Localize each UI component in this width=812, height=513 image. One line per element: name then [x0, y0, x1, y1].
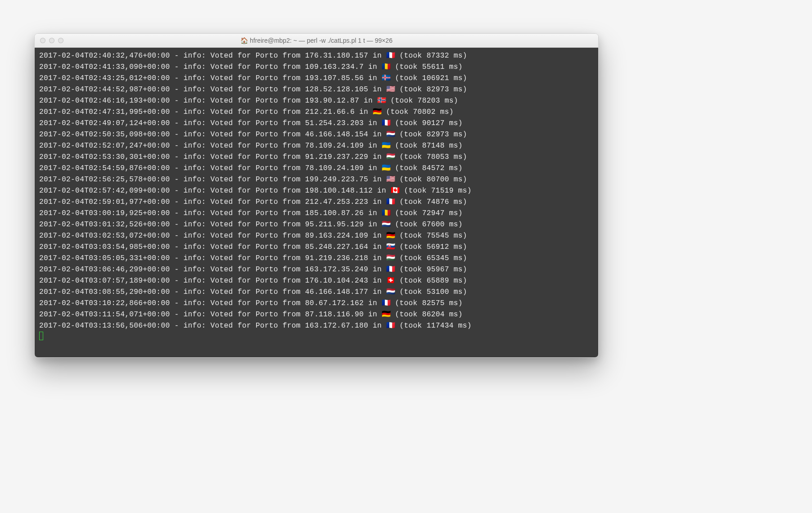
- log-separator: -: [170, 220, 183, 229]
- log-in-label: in: [364, 74, 382, 82]
- log-in-label: in: [368, 176, 386, 184]
- log-message: info: Voted for Porto from: [183, 164, 305, 172]
- flag-icon: 🇸🇰: [386, 242, 395, 253]
- flag-icon: 🇳🇴: [377, 95, 386, 107]
- flag-icon: 🇷🇴: [382, 208, 390, 219]
- flag-icon: 🇳🇱: [382, 219, 390, 230]
- log-line: 2017-02-04T02:52:07,247+00:00 - info: Vo…: [39, 140, 594, 152]
- log-duration: (took 106921 ms): [391, 74, 467, 82]
- log-ip: 78.109.24.109: [305, 142, 364, 150]
- terminal-output[interactable]: 2017-02-04T02:40:32,476+00:00 - info: Vo…: [35, 48, 598, 357]
- flag-icon: 🇮🇸: [382, 73, 390, 84]
- log-duration: (took 82973 ms): [395, 130, 467, 139]
- log-separator: -: [170, 153, 183, 161]
- log-timestamp: 2017-02-04T02:40:32,476+00:00: [39, 52, 170, 60]
- log-duration: (took 56912 ms): [395, 243, 467, 251]
- log-ip: 109.163.234.7: [305, 63, 364, 71]
- log-ip: 78.109.24.109: [305, 164, 364, 172]
- prompt-line[interactable]: [39, 332, 594, 343]
- log-message: info: Voted for Porto from: [183, 254, 305, 262]
- log-duration: (took 117434 ms): [395, 322, 472, 330]
- log-timestamp: 2017-02-04T03:10:22,866+00:00: [39, 299, 170, 307]
- log-in-label: in: [364, 142, 382, 150]
- log-in-label: in: [368, 153, 386, 161]
- flag-icon: 🇷🇴: [382, 62, 390, 73]
- log-line: 2017-02-04T02:46:16,193+00:00 - info: Vo…: [39, 95, 594, 107]
- log-in-label: in: [368, 130, 386, 139]
- log-message: info: Voted for Porto from: [183, 243, 305, 251]
- log-separator: -: [170, 119, 183, 127]
- log-in-label: in: [368, 86, 386, 94]
- flag-icon: 🇭🇺: [386, 253, 395, 264]
- log-duration: (took 84572 ms): [391, 164, 463, 172]
- log-in-label: in: [368, 232, 386, 240]
- log-separator: -: [170, 187, 183, 195]
- log-line: 2017-02-04T03:10:22,866+00:00 - info: Vo…: [39, 298, 594, 309]
- log-in-label: in: [368, 254, 386, 262]
- window-close-button[interactable]: [40, 38, 45, 43]
- flag-icon: 🇩🇪: [382, 309, 390, 320]
- log-timestamp: 2017-02-04T02:54:59,876+00:00: [39, 164, 170, 172]
- log-line: 2017-02-04T03:05:05,331+00:00 - info: Vo…: [39, 253, 594, 264]
- log-duration: (took 72947 ms): [391, 209, 463, 217]
- log-message: info: Voted for Porto from: [183, 198, 305, 206]
- log-in-label: in: [364, 63, 382, 71]
- log-timestamp: 2017-02-04T03:03:54,985+00:00: [39, 243, 170, 251]
- log-separator: -: [170, 288, 183, 296]
- log-message: info: Voted for Porto from: [183, 86, 305, 94]
- log-message: info: Voted for Porto from: [183, 310, 305, 319]
- log-line: 2017-02-04T02:57:42,099+00:00 - info: Vo…: [39, 185, 594, 197]
- log-in-label: in: [355, 108, 373, 116]
- log-in-label: in: [368, 266, 386, 274]
- log-in-label: in: [368, 277, 386, 285]
- log-message: info: Voted for Porto from: [183, 277, 305, 285]
- log-timestamp: 2017-02-04T02:43:25,012+00:00: [39, 74, 170, 82]
- log-ip: 80.67.172.162: [305, 299, 364, 307]
- log-line: 2017-02-04T03:01:32,526+00:00 - info: Vo…: [39, 219, 594, 230]
- log-ip: 128.52.128.105: [305, 86, 368, 94]
- log-message: info: Voted for Porto from: [183, 266, 305, 274]
- log-separator: -: [170, 299, 183, 307]
- flag-icon: 🇫🇷: [386, 197, 395, 208]
- log-duration: (took 70802 ms): [382, 108, 454, 116]
- log-in-label: in: [364, 119, 382, 127]
- log-timestamp: 2017-02-04T02:57:42,099+00:00: [39, 187, 170, 195]
- log-ip: 212.21.66.6: [305, 108, 355, 116]
- log-timestamp: 2017-02-04T02:59:01,977+00:00: [39, 198, 170, 206]
- log-ip: 193.107.85.56: [305, 74, 364, 82]
- log-ip: 91.219.237.229: [305, 153, 368, 161]
- log-duration: (took 78053 ms): [395, 153, 467, 161]
- log-line: 2017-02-04T03:00:19,925+00:00 - info: Vo…: [39, 208, 594, 219]
- window-title-text: hfreire@mbp2: ~ — perl -w ./catLps.pl 1 …: [250, 37, 392, 44]
- log-timestamp: 2017-02-04T03:05:05,331+00:00: [39, 254, 170, 262]
- log-ip: 91.219.236.218: [305, 254, 368, 262]
- log-timestamp: 2017-02-04T02:47:31,995+00:00: [39, 108, 170, 116]
- log-line: 2017-02-04T03:08:55,290+00:00 - info: Vo…: [39, 287, 594, 298]
- log-ip: 163.172.35.249: [305, 266, 368, 274]
- log-message: info: Voted for Porto from: [183, 209, 305, 217]
- log-line: 2017-02-04T03:13:56,506+00:00 - info: Vo…: [39, 320, 594, 332]
- log-message: info: Voted for Porto from: [183, 232, 305, 240]
- log-separator: -: [170, 209, 183, 217]
- flag-icon: 🇭🇺: [386, 152, 395, 163]
- flag-icon: 🇺🇸: [386, 84, 395, 95]
- window-minimize-button[interactable]: [49, 38, 54, 43]
- log-line: 2017-02-04T02:50:35,098+00:00 - info: Vo…: [39, 129, 594, 140]
- log-line: 2017-02-04T03:06:46,299+00:00 - info: Vo…: [39, 264, 594, 275]
- flag-icon: 🇩🇪: [373, 107, 381, 118]
- log-separator: -: [170, 176, 183, 184]
- home-icon: 🏠: [240, 37, 248, 44]
- log-message: info: Voted for Porto from: [183, 187, 305, 195]
- window-maximize-button[interactable]: [58, 38, 63, 43]
- log-line: 2017-02-04T02:40:32,476+00:00 - info: Vo…: [39, 50, 594, 62]
- log-separator: -: [170, 130, 183, 139]
- window-titlebar[interactable]: 🏠 hfreire@mbp2: ~ — perl -w ./catLps.pl …: [35, 34, 598, 48]
- log-ip: 185.100.87.26: [305, 209, 364, 217]
- log-duration: (took 75545 ms): [395, 232, 467, 240]
- log-separator: -: [170, 310, 183, 319]
- log-message: info: Voted for Porto from: [183, 176, 305, 184]
- log-in-label: in: [359, 97, 377, 105]
- window-title: 🏠 hfreire@mbp2: ~ — perl -w ./catLps.pl …: [35, 37, 598, 44]
- log-duration: (took 82575 ms): [391, 299, 463, 307]
- log-duration: (took 78203 ms): [386, 97, 458, 105]
